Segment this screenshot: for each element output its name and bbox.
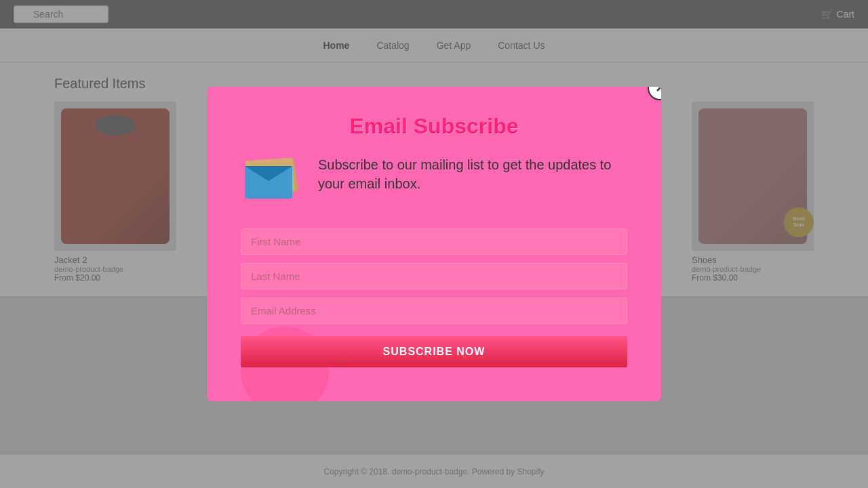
first-name-input[interactable] bbox=[241, 228, 627, 255]
email-icon-wrapper bbox=[241, 155, 302, 209]
mail-stack-icon bbox=[241, 155, 302, 209]
modal-description: Subscribe to our mailing list to get the… bbox=[318, 155, 627, 193]
close-modal-button[interactable]: ✕ bbox=[648, 87, 661, 100]
modal-content: Email Subscribe Subscribe to our mailing… bbox=[241, 114, 627, 367]
last-name-group bbox=[241, 263, 627, 289]
first-name-group bbox=[241, 228, 627, 255]
email-subscribe-modal: ✕ Email Subscribe Subscribe to our maili… bbox=[207, 87, 661, 401]
mail-envelope-3 bbox=[245, 166, 292, 199]
close-icon: ✕ bbox=[655, 87, 662, 96]
subscribe-button[interactable]: SUBSCRIBE NOW bbox=[241, 336, 627, 367]
last-name-input[interactable] bbox=[241, 263, 627, 289]
modal-overlay: ✕ Email Subscribe Subscribe to our maili… bbox=[0, 0, 868, 488]
modal-body: Subscribe to our mailing list to get the… bbox=[241, 155, 627, 209]
email-input[interactable] bbox=[241, 298, 627, 324]
modal-title: Email Subscribe bbox=[241, 114, 627, 139]
email-group bbox=[241, 298, 627, 324]
